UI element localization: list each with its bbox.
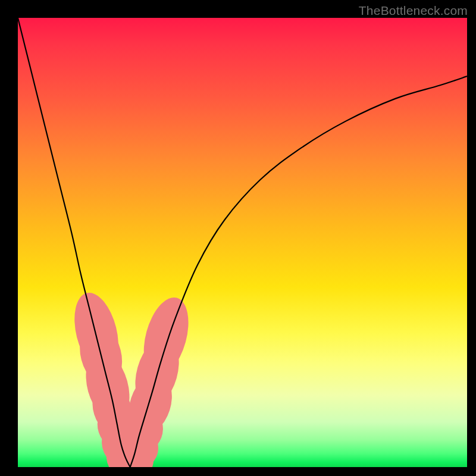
chart-frame: TheBottleneck.com <box>0 0 476 476</box>
right-branch-curve <box>130 76 467 467</box>
curve-svg <box>18 18 467 467</box>
plot-area <box>18 18 467 467</box>
watermark-text: TheBottleneck.com <box>359 4 468 18</box>
